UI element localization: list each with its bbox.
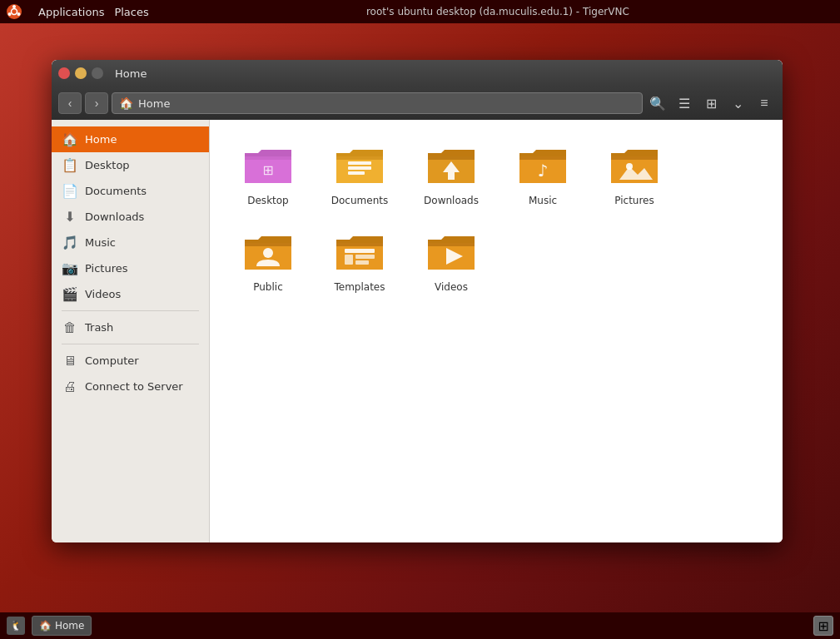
folder-desktop-icon: ⊞ [241,143,295,190]
taskbar-files-icon: ⊞ [818,618,828,634]
taskbar: 🐧 🏠 Home ⊞ [0,612,840,639]
forward-button[interactable]: › [85,92,108,114]
sidebar-item-videos[interactable]: 🎬 Videos [52,281,209,307]
svg-rect-24 [355,260,369,265]
svg-rect-21 [345,249,375,253]
top-menu-items: Applications Places [38,6,149,18]
sidebar-item-computer[interactable]: 🖥 Computer [52,348,209,374]
grid-view-button[interactable]: ⊞ [699,92,723,114]
toolbar: ‹ › 🏠 Home 🔍 ☰ ⊞ ⌄ ≡ [52,87,783,120]
sort-button[interactable]: ⌄ [726,92,749,114]
music-icon: 🎵 [62,235,78,250]
home-icon: 🏠 [62,131,78,147]
desktop-icon: 📋 [62,157,78,173]
close-button[interactable] [58,67,70,79]
pictures-icon: 📷 [62,260,78,276]
file-label-documents: Documents [331,195,388,208]
sidebar-label-desktop: Desktop [85,159,130,171]
location-text: Home [138,97,170,110]
folder-music-icon: ♪ [516,143,569,190]
file-item-downloads[interactable]: Downloads [410,136,493,215]
computer-icon: 🖥 [62,353,78,369]
sidebar-item-trash[interactable]: 🗑 Trash [52,315,209,340]
sidebar-label-computer: Computer [85,354,139,367]
taskbar-home-item[interactable]: 🏠 Home [32,616,92,636]
documents-icon: 📄 [62,183,78,199]
maximize-button[interactable] [92,67,103,79]
sidebar-item-documents[interactable]: 📄 Documents [52,178,209,204]
videos-icon: 🎬 [62,286,78,302]
svg-rect-5 [245,156,291,160]
sidebar-item-home[interactable]: 🏠 Home [52,126,209,152]
toolbar-right: 🔍 ☰ ⊞ ⌄ ≡ [646,92,776,114]
window-title-text: Home [115,67,147,80]
search-button[interactable]: 🔍 [646,92,669,114]
taskbar-files-button[interactable]: ⊞ [813,616,833,636]
svg-point-19 [263,248,273,258]
file-item-public[interactable]: Public [226,223,310,301]
file-label-videos: Videos [435,281,468,295]
file-item-pictures[interactable]: Pictures [593,136,676,215]
svg-rect-13 [519,156,566,160]
sidebar-item-pictures[interactable]: 📷 Pictures [52,255,209,281]
file-label-desktop: Desktop [247,195,289,208]
back-button[interactable]: ‹ [58,92,82,114]
list-view-button[interactable]: ☰ [673,92,696,114]
file-item-desktop[interactable]: ⊞ Desktop [226,136,310,215]
svg-rect-8 [348,161,371,165]
svg-point-2 [17,12,21,16]
taskbar-icon: 🐧 [7,617,25,635]
file-label-pictures: Pictures [614,195,654,208]
menu-button[interactable]: ≡ [753,92,776,114]
svg-rect-25 [428,243,475,246]
window-title: root's ubuntu desktop (da.muculis.edu.1)… [162,6,833,17]
svg-rect-9 [348,166,371,170]
svg-rect-18 [245,243,291,246]
title-bar: Home [52,60,783,87]
folder-templates-icon [333,230,386,276]
sidebar-divider-1 [62,310,199,311]
connect-icon: 🖨 [62,379,78,394]
file-label-music: Music [529,195,557,208]
file-grid: ⊞ Desktop Documents [210,120,783,542]
svg-point-1 [12,5,16,8]
trash-icon: 🗑 [62,320,78,335]
svg-rect-22 [345,255,353,265]
svg-rect-10 [348,171,365,175]
sidebar-label-videos: Videos [85,288,121,300]
file-label-public: Public [253,281,283,295]
sidebar-label-home: Home [85,133,117,146]
sidebar: 🏠 Home 📋 Desktop 📄 Documents ⬇ Downloads… [52,120,210,542]
file-item-videos[interactable]: Videos [410,223,493,301]
svg-rect-7 [336,156,383,160]
sidebar-item-downloads[interactable]: ⬇ Downloads [52,204,209,230]
file-item-templates[interactable]: Templates [318,223,401,301]
sidebar-label-pictures: Pictures [85,262,127,275]
sidebar-item-connect[interactable]: 🖨 Connect to Server [52,374,209,399]
downloads-icon: ⬇ [62,209,78,225]
sidebar-item-music[interactable]: 🎵 Music [52,230,209,255]
file-label-templates: Templates [334,281,385,295]
sidebar-label-documents: Documents [85,185,147,197]
svg-rect-23 [355,255,375,259]
sidebar-divider-2 [62,344,199,344]
applications-menu[interactable]: Applications [38,6,104,18]
location-home-icon: 🏠 [119,97,133,110]
places-menu[interactable]: Places [114,6,148,18]
sidebar-label-connect: Connect to Server [85,380,183,393]
top-menu-bar: Applications Places root's ubuntu deskto… [0,0,840,23]
taskbar-home-label: Home [55,620,84,632]
file-item-music[interactable]: ♪ Music [501,136,584,215]
sidebar-item-desktop[interactable]: 📋 Desktop [52,152,209,178]
file-item-documents[interactable]: Documents [318,136,401,215]
folder-videos-icon [425,230,478,276]
folder-public-icon [241,230,295,276]
location-bar[interactable]: 🏠 Home [112,92,643,114]
minimize-button[interactable] [75,67,87,79]
svg-text:⊞: ⊞ [262,162,273,178]
folder-pictures-icon [608,143,661,190]
content-area: 🏠 Home 📋 Desktop 📄 Documents ⬇ Downloads… [52,120,783,542]
folder-documents-icon [333,143,386,190]
taskbar-right: ⊞ [813,616,833,636]
svg-rect-11 [428,156,475,160]
